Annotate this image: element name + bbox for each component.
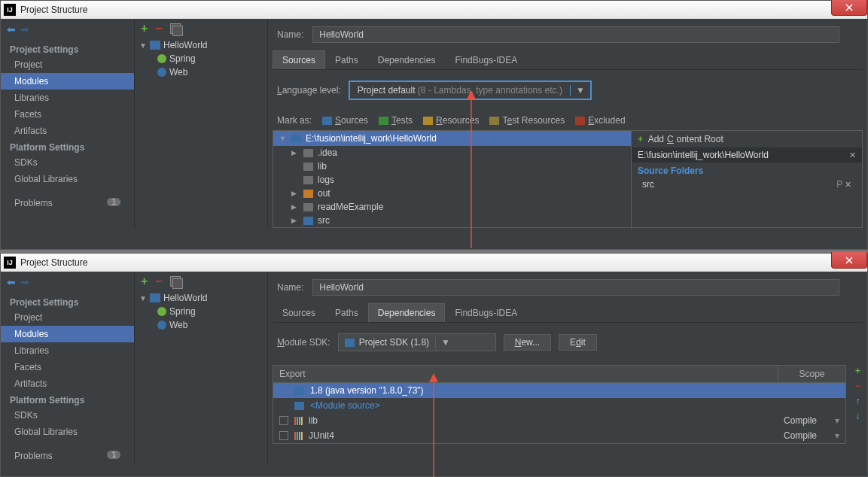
close-button[interactable] <box>831 252 867 269</box>
facet-web[interactable]: Web <box>138 318 264 332</box>
nav-project[interactable]: Project <box>1 56 134 73</box>
dep-row-module-source[interactable]: <Module source> <box>273 398 845 413</box>
nav-project[interactable]: Project <box>1 309 134 326</box>
mark-test-resources[interactable]: Test Resources <box>489 115 565 126</box>
nav-problems-label: Problems <box>14 451 53 461</box>
source-folder-src[interactable]: srcP ✕ <box>632 178 862 191</box>
nav-modules[interactable]: Modules <box>1 73 134 90</box>
folder-src[interactable]: ▶src <box>273 214 631 227</box>
nav-problems[interactable]: Problems 1 <box>1 195 134 211</box>
add-module-icon[interactable]: + <box>141 22 148 35</box>
tab-findbugs[interactable]: FindBugs-IDEA <box>445 303 527 322</box>
mark-tests[interactable]: Tests <box>379 115 413 126</box>
folder-icon <box>303 203 313 211</box>
back-icon[interactable]: ⬅ <box>7 23 16 35</box>
expand-icon[interactable]: ▼ <box>279 135 287 142</box>
language-level-combo[interactable]: Project default (8 - Lambdas, type annot… <box>349 81 592 100</box>
left-nav: ⬅ ➡ Project Settings Project Modules Lib… <box>1 19 135 228</box>
remove-module-icon[interactable]: − <box>155 275 162 288</box>
library-icon <box>294 417 303 425</box>
nav-artifacts[interactable]: Artifacts <box>1 123 134 139</box>
nav-artifacts[interactable]: Artifacts <box>1 375 134 392</box>
forward-icon[interactable]: ➡ <box>20 276 29 288</box>
app-icon: IJ <box>4 257 16 269</box>
tab-sources[interactable]: Sources <box>273 303 325 322</box>
export-checkbox[interactable] <box>279 416 288 425</box>
remove-source-folder-icon[interactable]: ✕ <box>845 180 851 189</box>
nav-sdks[interactable]: SDKs <box>1 154 134 171</box>
nav-modules[interactable]: Modules <box>1 326 134 342</box>
module-sdk-label: Module SDK: <box>277 337 330 348</box>
tab-paths[interactable]: Paths <box>325 303 368 322</box>
content-root-path[interactable]: ▼E:\fusion\intellij_work\HelloWorld <box>273 131 631 146</box>
nav-sdks[interactable]: SDKs <box>1 407 134 424</box>
folder-idea[interactable]: ▶.idea <box>273 146 631 160</box>
folder-out[interactable]: ▶out <box>273 187 631 200</box>
dep-row-sdk[interactable]: 1.8 (java version "1.8.0_73") <box>273 383 845 398</box>
nav-problems[interactable]: Problems 1 <box>1 448 134 464</box>
folder-logs[interactable]: logs <box>273 173 631 187</box>
window-title: Project Structure <box>20 257 87 268</box>
nav-facets[interactable]: Facets <box>1 359 134 375</box>
folder-readme[interactable]: ▶readMeExample <box>273 200 631 214</box>
properties-icon[interactable]: P <box>836 179 842 190</box>
content-root-tree: ▼E:\fusion\intellij_work\HelloWorld ▶.id… <box>273 130 632 228</box>
copy-module-icon[interactable] <box>170 23 181 34</box>
chevron-down-icon[interactable]: ▼ <box>570 85 590 96</box>
close-button[interactable] <box>831 0 867 16</box>
project-structure-window-2: IJ Project Structure ⬅ ➡ Project Setting… <box>0 253 868 477</box>
content-root-label: E:\fusion\intellij_work\HelloWorld <box>306 133 437 144</box>
export-checkbox[interactable] <box>279 431 288 440</box>
facet-web[interactable]: Web <box>138 65 264 79</box>
chevron-down-icon[interactable]: ▼ <box>435 337 455 348</box>
scope-value: Compile <box>784 430 817 441</box>
back-icon[interactable]: ⬅ <box>7 276 16 288</box>
folder-lib[interactable]: lib <box>273 160 631 173</box>
mark-resources[interactable]: Resources <box>423 115 479 126</box>
new-sdk-button[interactable]: New... <box>504 334 551 351</box>
name-label: Name: <box>277 282 303 293</box>
nav-global-libraries[interactable]: Global Libraries <box>1 424 134 440</box>
module-sdk-combo[interactable]: Project SDK (1.8) ▼ <box>338 333 496 351</box>
move-down-icon[interactable]: ↓ <box>855 411 860 421</box>
nav-facets[interactable]: Facets <box>1 106 134 123</box>
add-module-icon[interactable]: + <box>141 275 148 288</box>
chevron-down-icon[interactable]: ▾ <box>835 430 839 441</box>
dep-row-lib[interactable]: lib Compile▾ <box>273 413 845 428</box>
nav-global-libraries[interactable]: Global Libraries <box>1 171 134 187</box>
tab-dependencies[interactable]: Dependencies <box>368 50 446 69</box>
mark-excluded[interactable]: Excluded <box>575 115 625 126</box>
chevron-down-icon[interactable]: ▾ <box>835 415 839 426</box>
move-up-icon[interactable]: ↑ <box>855 396 860 406</box>
module-name-input[interactable] <box>312 279 839 296</box>
facet-spring[interactable]: Spring <box>138 52 264 65</box>
tab-dependencies[interactable]: Dependencies <box>368 303 446 322</box>
titlebar: IJ Project Structure <box>1 1 867 19</box>
module-name-input[interactable] <box>312 26 839 43</box>
edit-sdk-button[interactable]: Edit <box>559 334 597 351</box>
remove-content-root-icon[interactable]: ✕ <box>849 150 856 160</box>
add-content-root[interactable]: + Add Content Root <box>632 131 862 147</box>
nav-libraries[interactable]: Libraries <box>1 342 134 359</box>
add-dep-icon[interactable]: + <box>855 366 860 376</box>
tab-findbugs[interactable]: FindBugs-IDEA <box>445 50 527 69</box>
facet-spring-label: Spring <box>169 53 196 64</box>
web-icon <box>157 68 166 77</box>
module-root[interactable]: ▼HelloWorld <box>138 291 264 305</box>
remove-dep-icon[interactable]: − <box>855 381 860 391</box>
module-tree-panel: + − ▼HelloWorld Spring Web <box>135 19 268 228</box>
tab-sources[interactable]: Sources <box>273 50 325 69</box>
remove-module-icon[interactable]: − <box>155 22 162 35</box>
module-root[interactable]: ▼HelloWorld <box>138 38 264 52</box>
module-sdk-value: Project SDK (1.8) <box>359 337 429 348</box>
facet-spring[interactable]: Spring <box>138 305 264 318</box>
mark-as-row: Mark as: Sources Tests Resources Test Re… <box>268 108 867 130</box>
forward-icon[interactable]: ➡ <box>20 23 29 35</box>
tab-paths[interactable]: Paths <box>325 50 368 69</box>
copy-module-icon[interactable] <box>170 276 181 287</box>
language-level-value: Project default <box>358 85 416 96</box>
dep-row-junit[interactable]: JUnit4 Compile▾ <box>273 428 845 443</box>
module-icon <box>150 293 160 302</box>
mark-sources[interactable]: Sources <box>322 115 368 126</box>
nav-libraries[interactable]: Libraries <box>1 90 134 106</box>
